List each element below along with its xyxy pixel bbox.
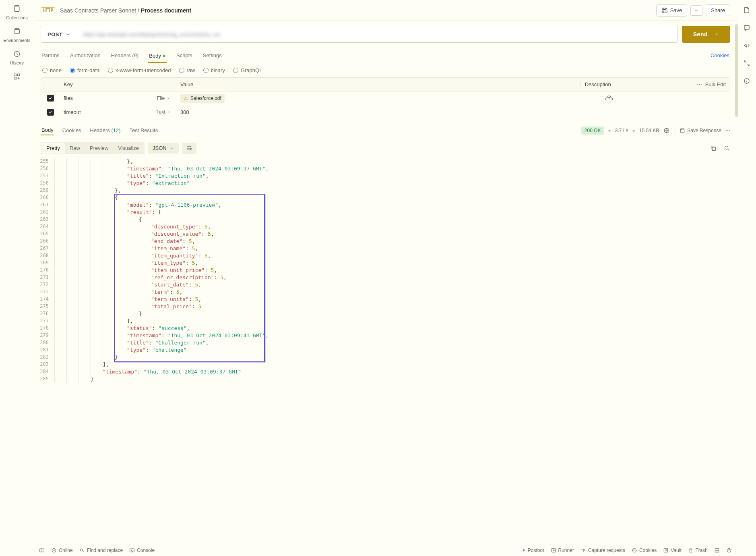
body-graphql[interactable]: GraphQL — [233, 67, 262, 73]
rail-collections[interactable]: Collections — [6, 5, 28, 20]
upload-icon[interactable] — [605, 95, 613, 102]
tab-authorization[interactable]: Authorization — [69, 49, 101, 63]
res-time: 3.71 s — [615, 128, 628, 133]
console-toggle[interactable]: Console — [129, 548, 155, 553]
tab-body[interactable]: Body ● — [148, 49, 167, 63]
vault[interactable]: Vault — [663, 548, 681, 553]
document-icon[interactable] — [743, 6, 750, 14]
history-icon — [13, 50, 21, 58]
file-pill[interactable]: ⚠Salesforce.pdf — [180, 94, 225, 103]
type-dropdown[interactable]: File — [151, 95, 176, 101]
view-pretty[interactable]: Pretty — [41, 143, 65, 154]
online-status[interactable]: Online — [51, 548, 73, 553]
view-preview[interactable]: Preview — [85, 143, 113, 154]
code-line: 260{ — [34, 195, 737, 202]
res-tab-cookies[interactable]: Cookies — [62, 126, 82, 135]
globe-icon[interactable] — [663, 127, 670, 134]
code-line: 285} — [34, 376, 737, 383]
capture[interactable]: Capture requests — [580, 548, 625, 553]
save-response-icon — [680, 128, 685, 133]
rail-label: Environments — [3, 38, 30, 43]
type-dropdown[interactable]: Text — [151, 109, 176, 115]
code-icon[interactable] — [743, 42, 750, 49]
svg-point-10 — [725, 146, 728, 149]
code-line: 266"end_date": 5, — [34, 238, 737, 245]
body-none[interactable]: none — [42, 67, 62, 73]
breadcrumb-current: Process document — [141, 7, 191, 14]
scrollbar-thumb[interactable] — [735, 24, 738, 117]
tab-headers[interactable]: Headers (9) — [110, 49, 140, 63]
row-checkbox[interactable] — [47, 95, 54, 102]
res-tab-tests[interactable]: Test Results — [129, 126, 159, 135]
check-circle-icon — [51, 548, 57, 553]
value-cell[interactable]: 300 — [176, 109, 617, 115]
tab-scripts[interactable]: Scripts — [176, 49, 193, 63]
rail-more[interactable] — [13, 73, 21, 81]
key-cell[interactable]: timeout — [60, 109, 151, 115]
col-value: Value — [176, 81, 581, 87]
expand-icon[interactable] — [743, 60, 750, 67]
code-line: 267"item_name": 5, — [34, 245, 737, 253]
right-rail — [737, 0, 756, 556]
res-tab-body[interactable]: Body — [41, 125, 54, 135]
svg-rect-5 — [18, 74, 20, 76]
method-selector[interactable]: POST — [41, 26, 77, 42]
code-line: 257"title": "Extraction run", — [34, 173, 737, 180]
format-dropdown[interactable]: JSON — [148, 143, 179, 154]
wrap-button[interactable] — [182, 143, 196, 154]
code-line: 279"timestamp": "Thu, 03 Oct 2024 03:09:… — [34, 332, 737, 340]
table-menu-icon[interactable]: ⋯ — [694, 81, 705, 87]
rail-history[interactable]: History — [10, 50, 24, 65]
value-cell[interactable]: ⚠Salesforce.pdf — [176, 94, 617, 103]
body-form-data[interactable]: form-data — [70, 67, 100, 73]
share-button[interactable]: Share — [706, 4, 730, 16]
res-menu-icon[interactable]: ⋯ — [725, 128, 730, 133]
cookie-icon — [632, 548, 637, 553]
topbar: HTTP Saas Contracts Parser Sonnet / Proc… — [34, 0, 737, 21]
key-cell[interactable]: files — [60, 95, 151, 101]
view-raw[interactable]: Raw — [65, 143, 85, 154]
code-line: 262"result": [ — [34, 209, 737, 216]
tab-settings[interactable]: Settings — [202, 49, 223, 63]
cookies-link[interactable]: Cookies — [710, 49, 730, 63]
save-button[interactable]: Save — [656, 4, 688, 17]
code-line: 272"start_date": 5, — [34, 282, 737, 289]
url-input[interactable]: https://api.example.com/deployments/sg_x… — [77, 26, 677, 42]
row-checkbox[interactable] — [47, 109, 54, 116]
bulk-edit[interactable]: Bulk Edit — [705, 81, 726, 87]
response-body[interactable]: 255},256"timestamp": "Thu, 03 Oct 2024 0… — [34, 158, 737, 544]
copy-icon[interactable] — [710, 145, 717, 151]
find-replace[interactable]: Find and replace — [79, 548, 123, 553]
svg-rect-6 — [14, 77, 16, 79]
res-size: 15.54 KB — [639, 128, 659, 133]
trash[interactable]: Trash — [688, 548, 708, 553]
save-response-button[interactable]: Save Response — [680, 128, 721, 133]
svg-rect-8 — [681, 129, 684, 132]
body-raw[interactable]: raw — [179, 67, 195, 73]
layout-icon[interactable] — [714, 548, 720, 553]
sidebar-toggle-icon[interactable] — [39, 548, 45, 553]
svg-rect-4 — [14, 74, 16, 76]
info-icon[interactable] — [743, 77, 750, 85]
save-icon — [661, 7, 668, 14]
search-icon[interactable] — [724, 145, 730, 151]
runner[interactable]: Runner — [551, 548, 574, 553]
body-binary[interactable]: binary — [203, 67, 225, 73]
comment-icon[interactable] — [743, 24, 750, 31]
send-button[interactable]: Send — [682, 26, 730, 43]
body-urlencoded[interactable]: x-www-form-urlencoded — [108, 67, 171, 73]
breadcrumb-parent[interactable]: Saas Contracts Parser Sonnet — [60, 7, 136, 14]
body-type-row: none form-data x-www-form-urlencoded raw… — [34, 63, 737, 77]
view-visualize[interactable]: Visualize — [113, 143, 144, 154]
help-icon[interactable] — [726, 548, 732, 553]
breadcrumb: Saas Contracts Parser Sonnet / Process d… — [60, 7, 191, 14]
postbot[interactable]: ✦Postbot — [522, 548, 544, 553]
svg-point-18 — [634, 550, 634, 550]
vault-icon — [663, 548, 669, 553]
footer-cookies[interactable]: Cookies — [632, 548, 657, 553]
save-dropdown[interactable] — [690, 5, 702, 16]
res-tab-headers[interactable]: Headers (12) — [89, 126, 122, 135]
rail-environments[interactable]: Environments — [3, 27, 30, 43]
code-line: 268"item_quantity": 5, — [34, 253, 737, 260]
tab-params[interactable]: Params — [41, 49, 60, 63]
